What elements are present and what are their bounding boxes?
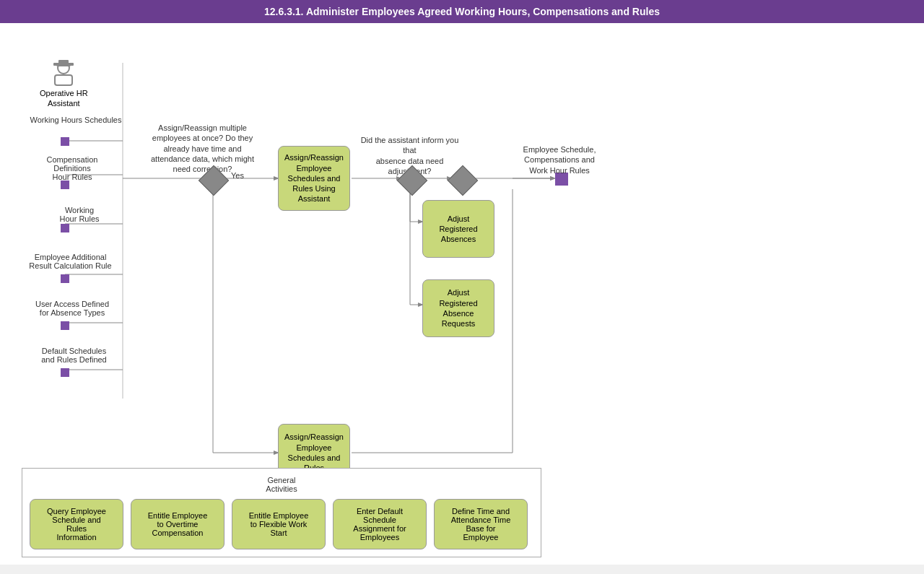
end-label: Employee Schedule,Compensations andWork … [516, 144, 603, 175]
activity-boxes-container: Query EmployeeSchedule andRulesInformati… [30, 499, 533, 549]
svg-rect-26 [58, 60, 69, 64]
lane-employee-additional: Employee AdditionalResult Calculation Ru… [14, 253, 126, 270]
lane-working-hours-schedules: Working Hours Schedules [29, 116, 123, 124]
process-adjust-absence-requests[interactable]: AdjustRegisteredAbsenceRequests [422, 279, 494, 337]
activity-entitle-overtime[interactable]: Entitle Employeeto OvertimeCompensation [131, 499, 225, 549]
diagram-area: Operative HRAssistant Working Hours Sche… [0, 23, 924, 565]
actor-label: Operative HRAssistant [40, 88, 88, 109]
process-assign-reassign-assistant[interactable]: Assign/ReassignEmployeeSchedules andRule… [278, 146, 350, 211]
actor-hr-assistant: Operative HRAssistant [40, 59, 88, 109]
activity-define-time-attendance[interactable]: Define Time andAttendance TimeBase forEm… [434, 499, 528, 549]
dot-working-hours [61, 137, 69, 146]
dot-default-schedules [61, 368, 69, 377]
dot-working-hour-rules [61, 224, 69, 232]
process-adjust-absences[interactable]: AdjustRegisteredAbsences [422, 200, 494, 258]
dot-compensation [61, 181, 69, 189]
activity-enter-default-schedule[interactable]: Enter DefaultScheduleAssignment forEmplo… [333, 499, 427, 549]
yes-label: Yes [231, 171, 244, 180]
person-icon [49, 59, 78, 88]
general-label: GeneralActivities [30, 476, 533, 493]
main-question-text: Assign/Reassign multipleemployees at onc… [136, 123, 269, 174]
lane-compensation-definitions: CompensationDefinitionsHour Rules [22, 155, 123, 181]
general-activities-section: GeneralActivities Query EmployeeSchedule… [22, 468, 541, 557]
dot-user-access [61, 321, 69, 330]
lane-user-access: User Access Definedfor Absence Types [22, 300, 123, 317]
svg-rect-24 [55, 75, 72, 85]
activity-entitle-flexible[interactable]: Entitle Employeeto Flexible WorkStart [232, 499, 326, 549]
lane-working-hour-rules: WorkingHour Rules [36, 206, 123, 223]
dot-employee-additional [61, 274, 69, 283]
lane-default-schedules: Default Schedulesand Rules Defined [25, 347, 123, 364]
activity-query-employee[interactable]: Query EmployeeSchedule andRulesInformati… [30, 499, 123, 549]
page-title: 12.6.3.1. Administer Employees Agreed Wo… [0, 0, 924, 23]
svg-line-20 [513, 178, 554, 189]
